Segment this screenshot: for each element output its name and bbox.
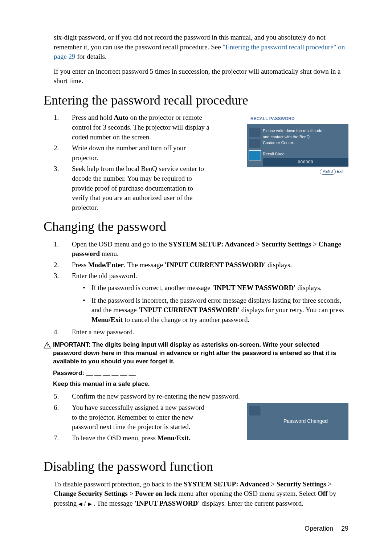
list-body: Press and hold Auto on the projector or …: [72, 113, 210, 142]
text: displays for your retry. You can press: [240, 306, 344, 314]
bold-text: Power on lock: [135, 490, 177, 497]
text: Press: [72, 261, 88, 269]
password-changed-panel: Password Changed: [247, 403, 348, 440]
list-number: 6.: [54, 403, 72, 432]
bullet-dot: •: [83, 296, 91, 325]
list-body: Confirm the new password by re-entering …: [72, 392, 348, 401]
text: menu after opening the OSD menu system. …: [177, 490, 318, 497]
text: >: [254, 240, 261, 248]
list-body: Enter a new password.: [72, 327, 348, 337]
bullet-item: • If the password is correct, another me…: [83, 283, 348, 293]
text: Press and hold: [72, 114, 114, 121]
heading-recall: Entering the password recall procedure: [44, 91, 348, 109]
panel-main: Please write down the recall code, and c…: [263, 124, 348, 167]
panel-footer: MENUExit: [247, 167, 348, 176]
text: displays.: [266, 261, 292, 269]
text: To leave the OSD menu, press: [72, 434, 158, 442]
password-blank-line: Password: __ __ __ __ __ __: [53, 369, 348, 378]
bold-text: Security Settings: [277, 480, 326, 488]
panel-sidebar: [247, 403, 263, 440]
list-number: 2.: [54, 260, 72, 270]
bullet-body: If the password is correct, another mess…: [91, 283, 322, 293]
sidebar-box: [249, 127, 261, 137]
text: >: [326, 480, 331, 488]
panel-line: and contact with the BenQ: [263, 134, 344, 140]
bold-text: Menu/Exit: [91, 316, 123, 323]
panel-title: RECALL PASSWORD: [247, 114, 348, 124]
text: displays. Enter the current password.: [200, 499, 303, 507]
text: for details.: [75, 53, 107, 60]
text: >: [269, 480, 276, 488]
bold-text: SYSTEM SETUP: Advanced: [169, 240, 254, 248]
list-body: To leave the OSD menu, press Menu/Exit.: [72, 433, 210, 443]
list-body: Enter the old password.: [72, 271, 348, 281]
list-item: 1. Open the OSD menu and go to the SYSTE…: [54, 240, 348, 259]
bold-text: Security Settings: [262, 240, 311, 248]
bold-text: Menu/Exit.: [158, 434, 191, 442]
disable-paragraph: To disable password protection, go back …: [54, 479, 348, 509]
list-item: 4. Enter a new password.: [54, 327, 348, 337]
list-body: Press Mode/Enter. The message 'INPUT CUR…: [72, 260, 348, 270]
intro-paragraph-1: six-digit password, or if you did not re…: [54, 33, 348, 62]
list-number: 3.: [54, 164, 72, 212]
bold-text: 'INPUT CURRENT PASSWORD': [138, 306, 240, 314]
text: to cancel the change or try another pass…: [123, 316, 250, 323]
list-number: 7.: [54, 433, 72, 443]
text: menu.: [100, 250, 119, 257]
text: . The message: [124, 261, 165, 269]
text: Open the OSD menu and go to the: [72, 240, 169, 248]
panel-line: Customer Center.: [263, 140, 344, 146]
intro-paragraph-2: If you enter an incorrect password 5 tim…: [54, 67, 348, 86]
text: >: [311, 240, 318, 248]
exit-label: Exit: [337, 169, 343, 174]
recall-section: RECALL PASSWORD Please write down the re…: [44, 113, 348, 212]
important-text: IMPORTANT: The digits being input will d…: [53, 341, 348, 366]
list-body: Open the OSD menu and go to the SYSTEM S…: [72, 240, 348, 259]
heading-disable: Disabling the password function: [44, 457, 348, 476]
text: To disable password protection, go back …: [54, 480, 184, 488]
change-sub-bullets: • If the password is correct, another me…: [83, 283, 348, 325]
change-lower: 5. Confirm the new password by re-enteri…: [44, 392, 348, 443]
change-steps-5-7: 5. Confirm the new password by re-enteri…: [54, 392, 348, 401]
list-number: 1.: [54, 240, 72, 259]
keep-manual-line: Keep this manual in a safe place.: [53, 380, 348, 388]
list-number: 5.: [54, 392, 72, 401]
important-note: IMPORTANT: The digits being input will d…: [44, 341, 348, 366]
bold-text: Auto: [114, 114, 128, 121]
text: /: [82, 499, 88, 507]
bold-text: Off: [318, 490, 327, 497]
recall-code-value: 000000: [263, 158, 348, 166]
panel-line: Please write down the recall code,: [263, 128, 344, 134]
heading-change: Changing the password: [44, 217, 348, 236]
page-footer: Operation29: [305, 524, 348, 533]
sidebar-box: [249, 406, 261, 416]
list-number: 3.: [54, 271, 72, 281]
text: >: [128, 490, 135, 497]
panel-sidebar: [247, 124, 263, 167]
sidebar-box-active: [249, 150, 261, 160]
list-item: 5. Confirm the new password by re-enteri…: [54, 392, 348, 401]
bold-text: 'INPUT NEW PASSWORD': [212, 284, 295, 291]
text: displays.: [296, 284, 322, 291]
list-body: You have successfully assigned a new pas…: [72, 403, 210, 432]
text: If the password is correct, another mess…: [91, 284, 212, 291]
page-content: six-digit password, or if you did not re…: [44, 33, 348, 509]
left-arrow-icon: ◀: [78, 501, 82, 507]
svg-point-2: [47, 347, 48, 347]
change-steps: 1. Open the OSD menu and go to the SYSTE…: [54, 240, 348, 281]
step6-wrap: Password Changed 6. You have successfull…: [44, 403, 348, 443]
bullet-dot: •: [83, 283, 91, 293]
panel-main: Password Changed: [263, 403, 348, 440]
page-number: 29: [341, 525, 348, 532]
menu-pill: MENU: [320, 169, 335, 175]
panel-body: Please write down the recall code, and c…: [247, 124, 348, 167]
list-number: 2.: [54, 143, 72, 163]
list-number: 4.: [54, 327, 72, 337]
right-arrow-icon: ▶: [88, 501, 92, 507]
text: . The message: [92, 499, 134, 507]
bold-text: 'INPUT PASSWORD': [134, 499, 200, 507]
change-steps-cont: 4. Enter a new password.: [54, 327, 348, 337]
recall-code-label: Recall Code:: [263, 151, 344, 157]
bold-text: Change Security Settings: [54, 490, 128, 497]
bullet-item: • If the password is incorrect, the pass…: [83, 296, 348, 325]
